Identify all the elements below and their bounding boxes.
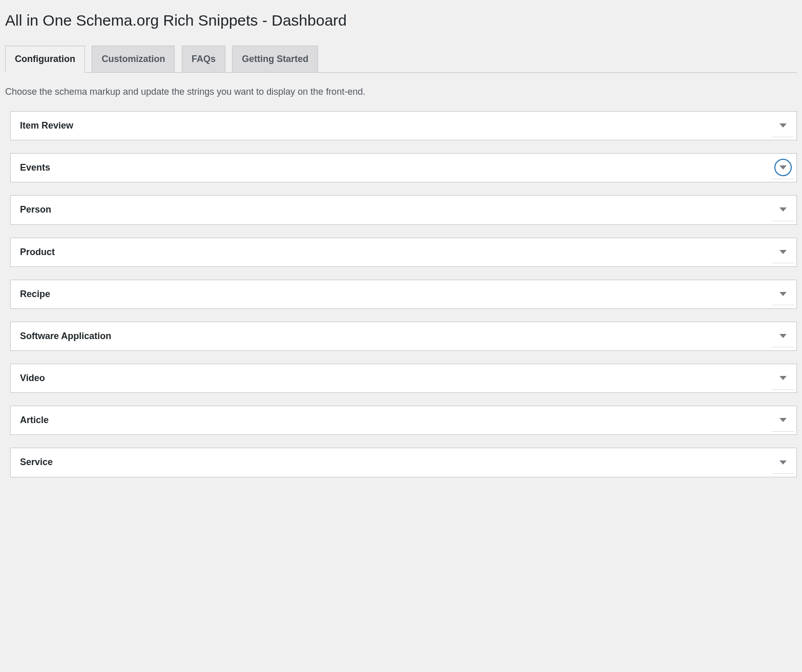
- panel-header[interactable]: Product: [11, 238, 796, 266]
- toggle-panel-button[interactable]: [772, 325, 794, 347]
- chevron-down-icon: [779, 418, 787, 422]
- toggle-panel-button[interactable]: [772, 451, 794, 474]
- toggle-panel-button[interactable]: [772, 199, 794, 221]
- chevron-down-icon: [779, 250, 787, 254]
- tab-faqs[interactable]: FAQs: [182, 46, 225, 72]
- page-title: All in One Schema.org Rich Snippets - Da…: [5, 10, 797, 30]
- toggle-panel-button[interactable]: [772, 115, 794, 137]
- panel-header[interactable]: Recipe: [11, 280, 796, 308]
- panel-title: Service: [11, 448, 772, 476]
- panel-title: Events: [11, 154, 772, 182]
- tab-navigation: Configuration Customization FAQs Getting…: [5, 40, 797, 73]
- panel-header[interactable]: Video: [11, 364, 796, 392]
- panel-title: Video: [11, 364, 772, 392]
- panel-title: Item Review: [11, 112, 772, 140]
- chevron-down-icon: [779, 334, 787, 338]
- panel-header[interactable]: Software Application: [11, 322, 796, 350]
- toggle-panel-button[interactable]: [772, 367, 794, 390]
- panel-item-review: Item Review: [10, 111, 797, 140]
- panel-article: Article: [10, 406, 797, 435]
- toggle-panel-button[interactable]: [772, 409, 794, 432]
- panel-title: Recipe: [11, 280, 772, 308]
- panel-header[interactable]: Item Review: [11, 112, 796, 140]
- chevron-down-icon: [779, 460, 787, 465]
- panel-software-application: Software Application: [10, 322, 797, 351]
- tab-getting-started[interactable]: Getting Started: [232, 46, 318, 72]
- tab-customization[interactable]: Customization: [92, 46, 175, 72]
- dashboard-wrap: All in One Schema.org Rich Snippets - Da…: [5, 10, 797, 477]
- schema-panel-list: Item Review Events Person: [5, 111, 797, 477]
- chevron-down-icon: [779, 376, 787, 380]
- panel-title: Person: [11, 196, 772, 224]
- tab-configuration[interactable]: Configuration: [5, 46, 85, 73]
- description-text: Choose the schema markup and update the …: [5, 86, 797, 98]
- chevron-down-icon: [779, 207, 787, 212]
- chevron-down-icon: [779, 292, 787, 296]
- panel-person: Person: [10, 195, 797, 224]
- panel-title: Software Application: [11, 322, 772, 350]
- toggle-panel-button[interactable]: [772, 283, 794, 305]
- panel-header[interactable]: Service: [11, 448, 796, 476]
- panel-header[interactable]: Person: [11, 196, 796, 224]
- panel-recipe: Recipe: [10, 280, 797, 309]
- panel-video: Video: [10, 364, 797, 393]
- panel-events: Events: [10, 153, 797, 182]
- panel-title: Product: [11, 238, 772, 266]
- panel-header[interactable]: Article: [11, 406, 796, 434]
- toggle-panel-button[interactable]: [772, 157, 794, 179]
- chevron-down-icon: [779, 123, 787, 128]
- panel-product: Product: [10, 238, 797, 267]
- toggle-panel-button[interactable]: [772, 241, 794, 263]
- chevron-down-icon: [779, 165, 787, 170]
- panel-header[interactable]: Events: [11, 154, 796, 182]
- panel-title: Article: [11, 406, 772, 434]
- panel-service: Service: [10, 448, 797, 477]
